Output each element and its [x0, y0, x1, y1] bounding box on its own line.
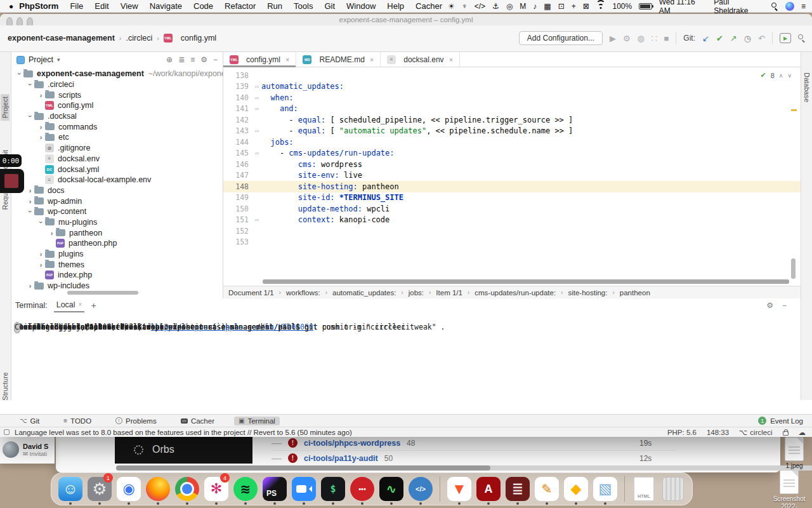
settings-icon[interactable]: ⚙ [766, 301, 773, 310]
tree-item-docksal-yml[interactable]: DCdocksal.yml [11, 164, 223, 175]
chevron-right-icon[interactable]: › [37, 250, 45, 258]
debug-icon[interactable]: ⚙ [623, 34, 631, 43]
tree-item-commands[interactable]: ›commands [11, 121, 223, 132]
browser-hscrollbar[interactable] [116, 465, 812, 471]
menu-item-tools[interactable]: Tools [288, 1, 318, 11]
dock-item-sequel-pro[interactable]: ≣ [505, 474, 530, 504]
dock-item-sketch[interactable]: ◆ [563, 474, 589, 504]
siri-icon[interactable] [785, 2, 794, 11]
tree-item-mu-plugins[interactable]: ›mu-plugins [11, 217, 223, 228]
toolwindow-tab-git[interactable]: ⌥Git [15, 417, 44, 425]
menu-item-cacher[interactable]: Cacher [410, 1, 448, 11]
minimize-icon[interactable]: − [782, 301, 787, 310]
tree-item-exponent-case-management[interactable]: ›exponent-case-management~/work/kanopi/e… [11, 69, 223, 79]
coverage-icon[interactable]: ◍ [638, 34, 645, 43]
chevron-right-icon[interactable]: › [37, 123, 45, 131]
menu-item-file[interactable]: File [64, 1, 89, 11]
chevron-down-icon[interactable]: › [27, 208, 34, 216]
run-icon[interactable]: ▶ [610, 34, 616, 43]
stripe-warning-mark[interactable] [791, 109, 797, 111]
dock-item-code-app[interactable]: </> [408, 474, 433, 504]
title-bar[interactable]: exponent-case-management – config.yml [0, 14, 812, 25]
toolwindow-tab-todo[interactable]: ≡TODO [59, 417, 96, 425]
rollback-icon[interactable]: ↶ [758, 34, 765, 43]
chevron-right-icon[interactable]: › [48, 229, 56, 237]
breadcrumb-item[interactable]: site-hosting: [568, 289, 607, 297]
amphetamine-icon[interactable]: ☀ [448, 3, 455, 10]
breadcrumb-item[interactable]: cms-updates/run-update: [475, 289, 556, 297]
job-link[interactable]: ci-tools/pa11y-audit [304, 454, 378, 463]
fold-marker[interactable]: ▭ [252, 95, 261, 101]
browser-window[interactable]: —!ci-tools/phpcs-wordpress4819s—!ci-tool… [56, 436, 780, 472]
stripe-item-project[interactable]: Project [1, 94, 10, 121]
chevron-right-icon[interactable]: › [26, 197, 34, 205]
menu-item-refactor[interactable]: Refactor [219, 1, 261, 11]
tab-readme-md[interactable]: MDREADME.md× [296, 52, 381, 67]
tree-item-pantheon[interactable]: ›pantheon [11, 227, 223, 238]
tree-item--docksal[interactable]: ›.docksal [11, 111, 223, 122]
php-level[interactable]: PHP: 5.6 [667, 429, 697, 436]
editor-area[interactable]: YMLconfig.yml×MDREADME.md×≡docksal.env× … [223, 52, 801, 298]
collapse-all-icon[interactable]: ≡ [190, 55, 195, 64]
wifi-icon[interactable] [596, 3, 606, 10]
menu-item-help[interactable]: Help [381, 1, 410, 11]
status-icon[interactable] [4, 429, 10, 435]
dock-item-spotify[interactable]: ≋ [233, 474, 258, 504]
ci-job-row[interactable]: —!ci-tools/pa11y-audit5012s [272, 451, 678, 466]
menu-item-git[interactable]: Git [318, 1, 341, 11]
tree-item-themes[interactable]: ›themes [11, 259, 223, 270]
desktop-file-screenshot[interactable]: Screenshot 2022-01...PM.p [771, 470, 807, 508]
bell-icon[interactable]: ♪ [533, 3, 537, 10]
git-commit-icon[interactable]: ✔ [716, 34, 723, 43]
new-terminal-button[interactable]: + [91, 300, 96, 311]
menu-item-edit[interactable]: Edit [89, 1, 114, 11]
status-message[interactable]: Language level was set to 8.0 based on t… [15, 429, 352, 436]
menu-item-window[interactable]: Window [341, 1, 381, 11]
apple-menu-icon[interactable]: ● [9, 2, 13, 11]
toolwindow-tab-terminal[interactable]: ▣Terminal [234, 417, 280, 425]
stop-record-icon[interactable] [4, 174, 18, 188]
breadcrumb-item[interactable]: Item 1/1 [436, 289, 462, 297]
caret-position[interactable]: 148:33 [707, 429, 729, 436]
chevron-right-icon[interactable]: › [26, 187, 34, 194]
chevron-right-icon[interactable]: › [37, 261, 45, 269]
fold-marker[interactable]: ▭ [252, 105, 261, 112]
fold-marker[interactable]: ▭ [252, 83, 261, 90]
event-log[interactable]: 1Event Log [758, 417, 812, 425]
control-center-icon[interactable]: ≡ [801, 3, 806, 10]
chevron-down-icon[interactable]: › [37, 218, 45, 226]
tab-config-yml[interactable]: YMLconfig.yml× [223, 52, 296, 67]
fold-marker[interactable]: ▭ [252, 217, 261, 223]
breadcrumb-item[interactable]: exponent-case-management [8, 34, 115, 43]
breadcrumb-item[interactable]: config.yml [181, 34, 216, 43]
calendar-x-icon[interactable]: ⊠ [583, 3, 589, 10]
fold-marker[interactable]: ▭ [252, 128, 261, 134]
tree-item--circleci[interactable]: ›.circleci [11, 79, 223, 90]
run-anything-icon[interactable]: ▶ [780, 33, 791, 43]
project-panel-header[interactable]: Project ▾ ⊕≣≡⚙− [11, 52, 223, 67]
ci-job-row[interactable]: —!ci-tools/phpcs-wordpress4819s [272, 436, 678, 451]
git-push-icon[interactable]: ↗ [730, 34, 737, 43]
battery-icon[interactable] [639, 3, 652, 10]
dock-item-trash[interactable] [660, 474, 686, 504]
tree-item-config-yml[interactable]: YMLconfig.yml [11, 100, 223, 111]
dock-item-activity-monitor[interactable]: ∿ [379, 474, 404, 504]
locate-icon[interactable]: ⊕ [166, 55, 173, 64]
bartender-icon[interactable]: ♆ [462, 3, 468, 10]
lock-icon[interactable] [783, 431, 789, 436]
tree-item-wp-content[interactable]: ›wp-content [11, 206, 223, 217]
tree-item-wp-admin[interactable]: ›wp-admin [11, 196, 223, 206]
editor-vscrollbar-thumb[interactable] [791, 258, 796, 279]
move-tool-icon[interactable]: + [572, 3, 576, 10]
history-icon[interactable]: ◷ [744, 34, 751, 43]
menu-item-view[interactable]: View [115, 1, 144, 11]
menu-user[interactable]: Paul Sheldrake [714, 0, 764, 15]
dock-item-phpstorm[interactable]: PS [262, 474, 287, 504]
dock-item-lastpass[interactable]: ••• [350, 474, 375, 504]
job-link[interactable]: ci-tools/phpcs-wordpress [304, 439, 400, 448]
breadcrumb-item[interactable]: .circleci [126, 34, 152, 43]
grid-icon[interactable]: ▦ [544, 3, 551, 10]
chevron-down-icon[interactable]: › [27, 81, 34, 89]
close-icon[interactable]: × [449, 56, 453, 64]
mimestream-icon[interactable]: M [520, 3, 526, 10]
